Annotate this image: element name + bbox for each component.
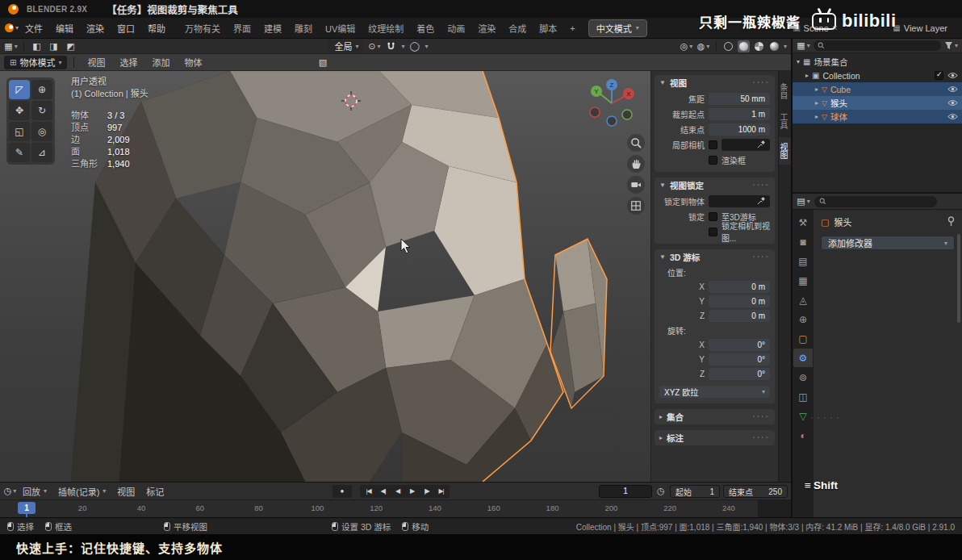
- scrollbar[interactable]: [957, 234, 960, 323]
- pan-hand-icon[interactable]: [627, 155, 645, 173]
- tool-tab[interactable]: ⚒: [793, 213, 813, 232]
- select-box-tool[interactable]: ◸: [9, 80, 30, 99]
- panel-grip-icon[interactable]: ····: [753, 253, 770, 261]
- panel-3d-cursor-header[interactable]: ▼3D 游标····: [655, 249, 775, 265]
- panel-view-header[interactable]: ▼视图····: [655, 75, 775, 90]
- jump-start-button[interactable]: |◀: [362, 486, 375, 497]
- workspace-tab[interactable]: 着色: [410, 19, 441, 38]
- auto-keying-icon[interactable]: ●: [333, 485, 352, 498]
- annotate-tool[interactable]: ✎: [9, 143, 30, 162]
- sidebar-tab[interactable]: 工具: [779, 107, 791, 135]
- keying-clock-icon[interactable]: ◷: [657, 486, 665, 496]
- blender-menu-button[interactable]: ▾: [5, 22, 19, 35]
- cursor-location-field[interactable]: 0 m: [709, 281, 770, 293]
- measure-tool[interactable]: ⊿: [31, 143, 52, 162]
- properties-search-input[interactable]: [814, 196, 937, 207]
- lock-to-cursor-checkbox[interactable]: [709, 212, 717, 221]
- camera-object-field[interactable]: [722, 139, 770, 151]
- unlink-icon[interactable]: ✕: [832, 24, 839, 32]
- workspace-tab-active[interactable]: 中文模式▾: [588, 19, 647, 37]
- viewport-menu-item[interactable]: 物体: [178, 53, 208, 71]
- workspace-tab[interactable]: 纹理绘制: [362, 19, 410, 38]
- workspace-tab[interactable]: +: [563, 20, 581, 36]
- transform-orientation-dropdown[interactable]: 全局▾: [328, 40, 364, 52]
- render-tab[interactable]: ◙: [793, 232, 813, 251]
- cursor-rotation-field[interactable]: 0°: [709, 368, 770, 380]
- scene-tab[interactable]: ◬: [793, 290, 813, 309]
- current-frame-field[interactable]: 1: [599, 485, 652, 498]
- timeline-menu[interactable]: 回放▾: [17, 483, 52, 499]
- workspace-tab[interactable]: 动画: [441, 19, 471, 38]
- scale-tool[interactable]: ◱: [9, 122, 30, 141]
- cursor-location-field[interactable]: 0 m: [709, 295, 770, 307]
- viewport-menu-item[interactable]: 添加: [145, 53, 176, 71]
- scene-collection-row[interactable]: ▾ ▦ 场景集合: [793, 55, 962, 69]
- header-toggle-icon[interactable]: ◩: [64, 40, 77, 52]
- eyedropper-icon[interactable]: [757, 197, 765, 205]
- play-button[interactable]: ▶: [405, 486, 419, 497]
- timeline-editor-type-button[interactable]: ◷▾: [3, 485, 17, 498]
- outliner-object-row[interactable]: ▸ ▽ 球体: [793, 110, 962, 123]
- header-toggle-icon[interactable]: ◨: [47, 40, 61, 52]
- outliner-editor-type-button[interactable]: ▦▾: [797, 40, 810, 52]
- navigation-gizmo[interactable]: Z X Y: [589, 74, 638, 134]
- play-reverse-button[interactable]: ◀: [391, 486, 404, 497]
- expand-icon[interactable]: ▸: [815, 99, 818, 107]
- panel-grip-icon[interactable]: ····: [753, 78, 770, 87]
- shading-wireframe-button[interactable]: [722, 40, 734, 52]
- world-tab[interactable]: ⊕: [793, 310, 813, 328]
- transform-tool[interactable]: ◎: [31, 122, 52, 141]
- lock-object-field[interactable]: [709, 195, 770, 207]
- workspace-tab[interactable]: 界面: [227, 19, 257, 38]
- workspace-tab[interactable]: 建模: [257, 19, 288, 38]
- output-tab[interactable]: ▤: [793, 252, 813, 270]
- sidebar-tab[interactable]: 视图: [779, 137, 791, 165]
- cursor-rotation-field[interactable]: 0°: [709, 353, 770, 366]
- viewport-menu-item[interactable]: 选择: [113, 53, 144, 71]
- sidebar-tab[interactable]: 条目: [779, 77, 791, 105]
- show-overlays-icon[interactable]: ◍▾: [696, 40, 710, 52]
- visibility-eye-icon[interactable]: [947, 72, 958, 79]
- zoom-icon[interactable]: [627, 134, 645, 152]
- menu-item[interactable]: 帮助: [141, 19, 172, 37]
- collection-row[interactable]: ▸ ▣ Collection: [793, 69, 962, 82]
- expand-icon[interactable]: ▸: [815, 86, 818, 93]
- prev-keyframe-button[interactable]: ◀|: [376, 486, 390, 497]
- shading-rendered-button[interactable]: [768, 40, 780, 52]
- menu-item[interactable]: 窗口: [111, 19, 141, 37]
- workspace-tab[interactable]: UV编辑: [319, 19, 362, 38]
- menu-item[interactable]: 文件: [19, 19, 49, 37]
- timeline-menu[interactable]: 插帧(记录)▾: [52, 483, 111, 499]
- cursor-tool[interactable]: ⊕: [31, 80, 52, 99]
- view-layer-tab[interactable]: ▦: [793, 271, 813, 290]
- timeline-ruler[interactable]: 1 20406080100120140160180200220240: [0, 500, 791, 517]
- collapsed-panel-header[interactable]: ▸标注····: [655, 430, 775, 445]
- number-field[interactable]: 50 mm: [709, 93, 770, 105]
- rotation-order-dropdown[interactable]: XYZ 欧拉▾: [659, 386, 770, 398]
- expand-icon[interactable]: ▾: [797, 58, 800, 65]
- eyedropper-icon[interactable]: [757, 140, 765, 148]
- ortho-grid-icon[interactable]: [627, 197, 645, 215]
- outliner-object-row[interactable]: ▸ ▽ Cube: [793, 82, 962, 96]
- pin-icon[interactable]: [947, 216, 955, 228]
- cursor-rotation-field[interactable]: 0°: [709, 339, 770, 351]
- visibility-eye-icon[interactable]: [947, 113, 958, 120]
- collection-checkbox[interactable]: [935, 71, 943, 80]
- panel-grip-icon[interactable]: ····: [753, 412, 770, 421]
- menu-item[interactable]: 渲染: [80, 19, 111, 37]
- visibility-eye-icon[interactable]: [947, 99, 958, 107]
- number-field[interactable]: 1000 m: [709, 123, 770, 136]
- panel-grip-icon[interactable]: ····: [753, 433, 770, 442]
- visibility-eye-icon[interactable]: [947, 86, 958, 93]
- transform-pivot-icon[interactable]: ⊙▾: [367, 40, 381, 52]
- header-toggle-icon[interactable]: ◧: [30, 40, 44, 52]
- snap-magnet-icon[interactable]: [384, 40, 398, 52]
- camera-view-icon[interactable]: [627, 176, 645, 194]
- outliner-object-row[interactable]: ▸ ▽ 猴头: [793, 96, 962, 110]
- playhead[interactable]: 1: [18, 502, 36, 514]
- frame-start-field[interactable]: 起始1: [670, 485, 720, 498]
- properties-editor-type-button[interactable]: ▤▾: [797, 195, 810, 208]
- workspace-tab[interactable]: 合成: [502, 19, 533, 38]
- collapsed-panel-header[interactable]: ▸集合····: [655, 409, 775, 424]
- tool-settings-icon[interactable]: ▧: [316, 56, 329, 69]
